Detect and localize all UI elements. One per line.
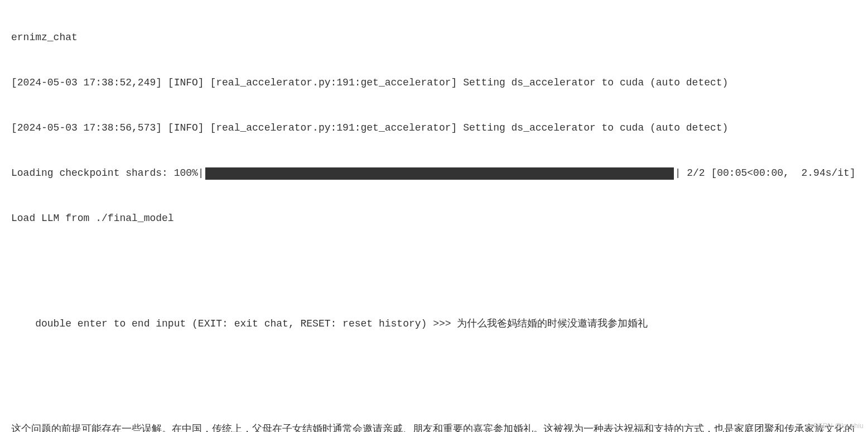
log-line-2: [2024-05-03 17:38:56,573] [INFO] [real_a…	[11, 121, 857, 136]
terminal-output: ernimz_chat [2024-05-03 17:38:52,249] [I…	[0, 0, 868, 432]
checkpoint-progress-line: Loading checkpoint shards: 100%| | 2/2 […	[11, 166, 857, 181]
script-name-partial: ernimz_chat	[11, 30, 857, 45]
progress-bar-fill	[205, 167, 674, 180]
progress-suffix: | 2/2 [00:05<00:00, 2.94s/it]	[675, 166, 856, 181]
prompt-instruction: double enter to end input (EXIT: exit ch…	[35, 318, 457, 329]
user-input-text: 为什么我爸妈结婚的时候没邀请我参加婚礼	[457, 318, 648, 329]
load-llm-line: Load LLM from ./final_model	[11, 211, 857, 226]
log-line-1: [2024-05-03 17:38:52,249] [INFO] [real_a…	[11, 75, 857, 90]
chat-prompt-1: double enter to end input (EXIT: exit ch…	[11, 301, 857, 347]
progress-prefix: Loading checkpoint shards: 100%|	[11, 166, 204, 181]
response-paragraph-1: 这个问题的前提可能存在一些误解。在中国，传统上，父母在子女结婚时通常会邀请亲戚、…	[11, 422, 857, 432]
watermark-text: CSDN @kv-chiu	[813, 421, 864, 431]
